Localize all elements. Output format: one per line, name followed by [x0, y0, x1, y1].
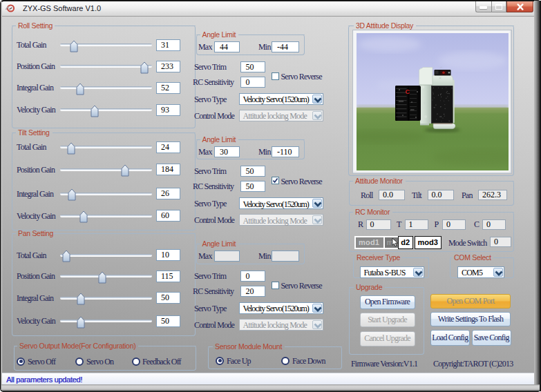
svg-text:C: C	[406, 88, 410, 95]
